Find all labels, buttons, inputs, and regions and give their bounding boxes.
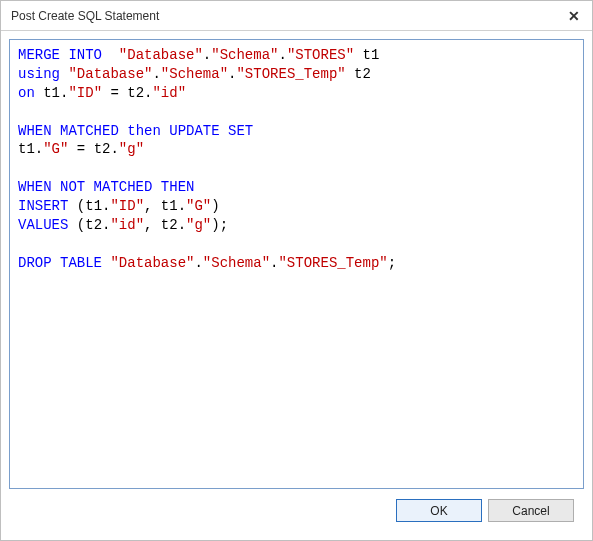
text-token: ); [211,217,228,233]
string-token: "G" [43,141,68,157]
keyword-token: using [18,66,60,82]
string-token: "Schema" [211,47,278,63]
keyword-token: then [127,123,161,139]
code-line: on t1."ID" = t2."id" [18,85,186,101]
ok-button[interactable]: OK [396,499,482,522]
code-line: VALUES (t2."id", t2."g"); [18,217,228,233]
close-icon: ✕ [568,8,580,24]
text-token: . [152,66,160,82]
string-token: "G" [186,198,211,214]
string-token: "g" [186,217,211,233]
code-line: WHEN MATCHED then UPDATE SET [18,123,253,139]
text-token: t2 [346,66,371,82]
dialog-content: MERGE INTO "Database"."Schema"."STORES" … [1,31,592,540]
keyword-token: VALUES [18,217,68,233]
keyword-token: on [18,85,35,101]
sql-editor[interactable]: MERGE INTO "Database"."Schema"."STORES" … [9,39,584,489]
code-line: INSERT (t1."ID", t1."G") [18,198,220,214]
string-token: "id" [152,85,186,101]
string-token: "Database" [68,66,152,82]
code-line: using "Database"."Schema"."STORES_Temp" … [18,66,371,82]
keyword-token: DROP TABLE [18,255,102,271]
title-bar: Post Create SQL Statement ✕ [1,1,592,31]
dialog-window: Post Create SQL Statement ✕ MERGE INTO "… [0,0,593,541]
keyword-token: MERGE INTO [18,47,102,63]
string-token: "Schema" [203,255,270,271]
string-token: "id" [110,217,144,233]
text-token [102,47,119,63]
string-token: "STORES" [287,47,354,63]
text-token: ; [388,255,396,271]
string-token: "Database" [110,255,194,271]
text-token: , t2. [144,217,186,233]
string-token: "g" [119,141,144,157]
text-token [161,123,169,139]
text-token: (t1. [68,198,110,214]
string-token: "STORES_Temp" [236,66,345,82]
text-token: t1. [18,141,43,157]
text-token: . [203,47,211,63]
text-token: ) [211,198,219,214]
text-token: . [194,255,202,271]
button-bar: OK Cancel [9,489,584,532]
keyword-token: WHEN MATCHED [18,123,119,139]
keyword-token: UPDATE SET [169,123,253,139]
text-token: t1. [35,85,69,101]
keyword-token: INSERT [18,198,68,214]
string-token: "ID" [68,85,102,101]
text-token: = t2. [68,141,118,157]
string-token: "Database" [119,47,203,63]
code-line: t1."G" = t2."g" [18,141,144,157]
keyword-token: WHEN NOT MATCHED THEN [18,179,194,195]
string-token: "ID" [110,198,144,214]
text-token: (t2. [68,217,110,233]
text-token: t1 [354,47,379,63]
string-token: "Schema" [161,66,228,82]
text-token [119,123,127,139]
dialog-title: Post Create SQL Statement [11,9,564,23]
text-token: , t1. [144,198,186,214]
text-token: = t2. [102,85,152,101]
text-token: . [278,47,286,63]
cancel-button[interactable]: Cancel [488,499,574,522]
close-button[interactable]: ✕ [564,6,584,26]
code-line: MERGE INTO "Database"."Schema"."STORES" … [18,47,379,63]
string-token: "STORES_Temp" [278,255,387,271]
code-line: WHEN NOT MATCHED THEN [18,179,194,195]
code-line: DROP TABLE "Database"."Schema"."STORES_T… [18,255,396,271]
